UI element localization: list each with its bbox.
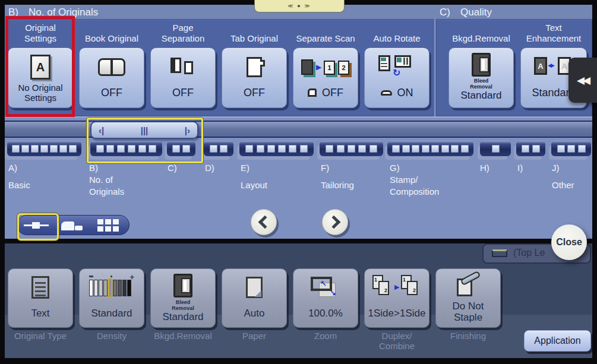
- paper-value: Auto: [244, 303, 265, 327]
- nav-segment-dot: [358, 145, 366, 153]
- page-separation-value: OFF: [172, 83, 194, 107]
- nav-segment-dot: [392, 145, 400, 153]
- nav-letter-j: J): [552, 163, 560, 173]
- nav-segment-dot: [210, 145, 217, 153]
- next-page-button[interactable]: [322, 209, 348, 235]
- original-type-value: Text: [31, 303, 49, 327]
- duplex-combine-value: 1Side>1Side: [368, 303, 426, 327]
- book-original-button[interactable]: OFF: [79, 48, 144, 108]
- nav-letter-i: I): [517, 163, 523, 173]
- nav-name-layout: Layout: [241, 179, 267, 191]
- bkgd-removal-caption-bottom: Bkgd.Removal: [154, 331, 212, 341]
- nav-name-stamp-composition: Stamp/ Composition: [390, 174, 439, 198]
- nav-segment-dot: [522, 145, 529, 153]
- book-icon: [98, 58, 125, 76]
- nav-letter-a: A): [8, 163, 17, 173]
- tab-original-label: Tab Original: [230, 18, 278, 44]
- page-separation-button[interactable]: OFF: [150, 48, 216, 108]
- original-type-caption: Original Type: [14, 331, 67, 341]
- stapler-icon: [454, 274, 482, 299]
- bkgd-removal-value: Standard: [461, 90, 502, 104]
- bkgd-removal-toolbar-button[interactable]: Bleed Removal Standard: [150, 268, 216, 328]
- nav-letter-e: E): [241, 163, 249, 173]
- grid-view-icon: [97, 219, 119, 232]
- nav-segment-e[interactable]: [239, 141, 314, 156]
- zoom-value: 100.0%: [308, 303, 343, 327]
- nav-segment-dot: [431, 145, 439, 153]
- nav-segment-dot: [337, 145, 345, 153]
- original-type-button[interactable]: Text: [8, 268, 73, 328]
- nav-name-other: Other: [552, 179, 574, 191]
- nav-segment-dot: [267, 145, 275, 153]
- paper-button[interactable]: Auto: [222, 268, 287, 328]
- tab-page-icon: [247, 57, 262, 77]
- density-scale-icon: +: [89, 276, 134, 299]
- nav-name-basic: Basic: [8, 179, 30, 191]
- nav-segment-dot: [422, 145, 429, 153]
- screen-drag-tab[interactable]: ≪ ● ≫: [254, 0, 345, 12]
- nav-segment-g[interactable]: [387, 141, 473, 156]
- duplex-icon: 12 ▶ 12: [372, 275, 421, 300]
- nav-letter-b: B): [89, 163, 98, 173]
- nav-selection-highlight: [87, 118, 203, 163]
- prev-page-button[interactable]: [251, 209, 277, 235]
- platen-raised-icon: [308, 88, 317, 97]
- nav-segment-h[interactable]: [480, 141, 511, 156]
- nav-segment-a[interactable]: [7, 141, 81, 156]
- nav-segment-j[interactable]: [551, 141, 591, 156]
- finishing-value: Do Not Staple: [453, 300, 484, 327]
- page-separation-label: Page Separation: [162, 18, 205, 44]
- zoom-button[interactable]: ↖↘ 100.0%: [293, 268, 358, 328]
- nav-letter-f: F): [321, 163, 329, 173]
- application-button[interactable]: Application: [524, 330, 591, 352]
- nav-segment-f[interactable]: [320, 141, 383, 156]
- bleed-removal-icon: [173, 274, 192, 297]
- close-button[interactable]: Close: [551, 224, 587, 260]
- finishing-button[interactable]: Do Not Staple: [435, 268, 501, 328]
- nav-segment-dot: [50, 145, 58, 153]
- separate-scan-button[interactable]: ▶ 12 OFF: [293, 48, 358, 108]
- staple-position-icon: [492, 249, 507, 257]
- bkgd-removal-button[interactable]: Bleed Removal Standard: [448, 48, 514, 108]
- chevron-left-icon: [258, 216, 272, 229]
- text-enhancement-label: Text Enhancement: [526, 18, 582, 44]
- separate-scan-value: OFF: [322, 87, 343, 99]
- nav-segment-dot: [245, 145, 253, 153]
- tab-original-value: OFF: [244, 83, 265, 107]
- nav-segment-d[interactable]: [204, 141, 233, 156]
- text-document-icon: [31, 276, 49, 299]
- copier-touchscreen: B) No. of Originals C) Quality Original …: [0, 0, 597, 364]
- zoom-caption: Zoom: [314, 331, 337, 341]
- bkgd-removal-toolbar-value: Standard: [163, 311, 204, 325]
- nav-segment-dot: [289, 145, 296, 153]
- bleed-removal-icon: [472, 53, 491, 77]
- duplex-combine-button[interactable]: 12 ▶ 12 1Side>1Side: [364, 268, 429, 328]
- nav-segment-dot: [532, 145, 540, 153]
- highlight-red-frame: [5, 16, 75, 117]
- nav-segment-dot: [59, 145, 67, 153]
- nav-segment-dot: [326, 145, 333, 153]
- nav-segment-i[interactable]: [516, 141, 545, 156]
- paper-sheet-icon: [246, 277, 263, 298]
- paper-caption: Paper: [242, 331, 266, 341]
- bkgd-removal-caption: Bleed Removal: [470, 78, 492, 90]
- nav-segment-dot: [412, 145, 419, 153]
- finishing-caption: Finishing: [450, 331, 486, 341]
- tab-original-button[interactable]: OFF: [222, 48, 287, 108]
- book-original-value: OFF: [101, 83, 122, 107]
- separate-scan-icon: ▶ 12: [300, 58, 351, 77]
- view-grid-option[interactable]: [89, 216, 128, 235]
- nav-segment-dot: [257, 145, 264, 153]
- collapse-panel-button[interactable]: ◀◀: [568, 58, 597, 103]
- platen-flat-icon: [381, 90, 392, 96]
- auto-rotate-button[interactable]: ↻ ON: [364, 48, 429, 108]
- view-machine-option[interactable]: [55, 216, 89, 235]
- nav-segment-dot: [567, 145, 575, 153]
- auto-rotate-value: ON: [397, 87, 413, 99]
- section-c-title: Quality: [460, 7, 492, 18]
- page-separation-icon: [170, 58, 195, 77]
- density-button[interactable]: + Standard: [79, 268, 144, 328]
- view-selection-highlight: [17, 213, 59, 240]
- nav-segment-dot: [441, 145, 449, 153]
- nav-segment-dot: [557, 145, 565, 153]
